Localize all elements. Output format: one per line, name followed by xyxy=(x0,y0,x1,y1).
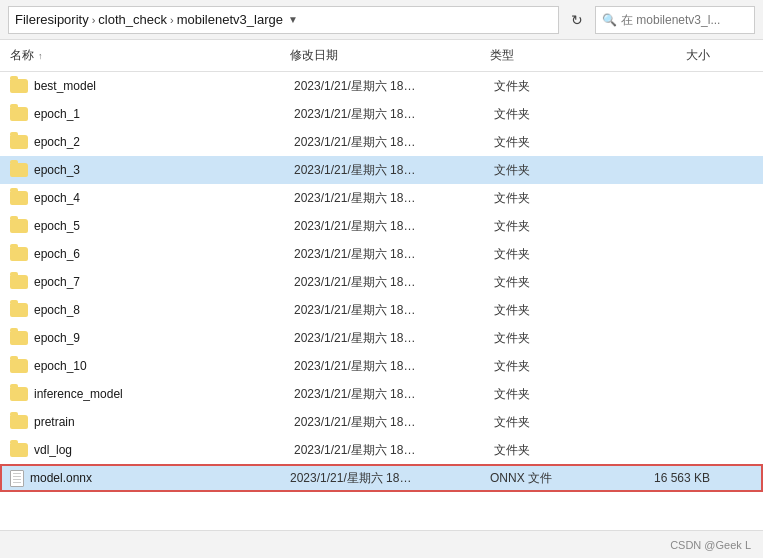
col-header-size[interactable]: 大小 xyxy=(610,47,710,64)
folder-icon xyxy=(10,135,28,149)
breadcrumb-cloth-check[interactable]: cloth_check xyxy=(98,12,167,27)
col-header-type[interactable]: 类型 xyxy=(490,47,610,64)
file-date: 2023/1/21/星期六 18… xyxy=(294,134,494,151)
file-type: 文件夹 xyxy=(494,134,614,151)
folder-icon xyxy=(10,359,28,373)
folder-icon xyxy=(10,443,28,457)
refresh-button[interactable]: ↻ xyxy=(563,6,591,34)
table-row[interactable]: model.onnx2023/1/21/星期六 18…ONNX 文件16 563… xyxy=(0,464,763,492)
col-header-date[interactable]: 修改日期 xyxy=(290,47,490,64)
folder-icon xyxy=(10,303,28,317)
file-date: 2023/1/21/星期六 18… xyxy=(294,386,494,403)
file-date: 2023/1/21/星期六 18… xyxy=(290,470,490,487)
status-bar: CSDN @Geek L xyxy=(0,530,763,558)
table-row[interactable]: pretrain2023/1/21/星期六 18…文件夹 xyxy=(0,408,763,436)
table-row[interactable]: epoch_52023/1/21/星期六 18…文件夹 xyxy=(0,212,763,240)
file-icon xyxy=(10,470,24,487)
search-icon: 🔍 xyxy=(602,13,617,27)
col-header-name[interactable]: 名称 ↑ xyxy=(10,47,290,64)
file-date: 2023/1/21/星期六 18… xyxy=(294,106,494,123)
folder-icon xyxy=(10,331,28,345)
table-row[interactable]: epoch_92023/1/21/星期六 18…文件夹 xyxy=(0,324,763,352)
table-row[interactable]: epoch_22023/1/21/星期六 18…文件夹 xyxy=(0,128,763,156)
folder-icon xyxy=(10,79,28,93)
file-name: epoch_8 xyxy=(34,303,294,317)
file-type: ONNX 文件 xyxy=(490,470,610,487)
table-row[interactable]: best_model2023/1/21/星期六 18…文件夹 xyxy=(0,72,763,100)
file-type: 文件夹 xyxy=(494,330,614,347)
folder-icon xyxy=(10,219,28,233)
breadcrumb-sep-1: › xyxy=(170,14,174,26)
file-type: 文件夹 xyxy=(494,218,614,235)
folder-icon xyxy=(10,275,28,289)
breadcrumb-mobilenetv3[interactable]: mobilenetv3_large xyxy=(177,12,283,27)
address-bar: Fileresipority › cloth_check › mobilenet… xyxy=(0,0,763,40)
file-type: 文件夹 xyxy=(494,358,614,375)
breadcrumb[interactable]: Fileresipority › cloth_check › mobilenet… xyxy=(8,6,559,34)
column-headers: 名称 ↑ 修改日期 类型 大小 xyxy=(0,40,763,72)
folder-icon xyxy=(10,415,28,429)
table-row[interactable]: epoch_32023/1/21/星期六 18…文件夹 xyxy=(0,156,763,184)
file-type: 文件夹 xyxy=(494,386,614,403)
file-date: 2023/1/21/星期六 18… xyxy=(294,302,494,319)
table-row[interactable]: inference_model2023/1/21/星期六 18…文件夹 xyxy=(0,380,763,408)
watermark: CSDN @Geek L xyxy=(670,539,751,551)
file-type: 文件夹 xyxy=(494,190,614,207)
folder-icon xyxy=(10,163,28,177)
file-name: pretrain xyxy=(34,415,294,429)
file-type: 文件夹 xyxy=(494,442,614,459)
file-date: 2023/1/21/星期六 18… xyxy=(294,78,494,95)
file-name: best_model xyxy=(34,79,294,93)
table-row[interactable]: epoch_82023/1/21/星期六 18…文件夹 xyxy=(0,296,763,324)
file-date: 2023/1/21/星期六 18… xyxy=(294,246,494,263)
table-row[interactable]: epoch_42023/1/21/星期六 18…文件夹 xyxy=(0,184,763,212)
file-type: 文件夹 xyxy=(494,302,614,319)
search-box: 🔍 xyxy=(595,6,755,34)
table-row[interactable]: epoch_72023/1/21/星期六 18…文件夹 xyxy=(0,268,763,296)
folder-icon xyxy=(10,191,28,205)
file-date: 2023/1/21/星期六 18… xyxy=(294,218,494,235)
file-date: 2023/1/21/星期六 18… xyxy=(294,358,494,375)
breadcrumb-sep-0: › xyxy=(92,14,96,26)
file-type: 文件夹 xyxy=(494,78,614,95)
file-type: 文件夹 xyxy=(494,414,614,431)
file-list: best_model2023/1/21/星期六 18…文件夹epoch_1202… xyxy=(0,72,763,530)
file-date: 2023/1/21/星期六 18… xyxy=(294,442,494,459)
file-date: 2023/1/21/星期六 18… xyxy=(294,414,494,431)
file-type: 文件夹 xyxy=(494,162,614,179)
file-name: epoch_2 xyxy=(34,135,294,149)
file-name: epoch_4 xyxy=(34,191,294,205)
file-name: epoch_6 xyxy=(34,247,294,261)
file-date: 2023/1/21/星期六 18… xyxy=(294,274,494,291)
folder-icon xyxy=(10,107,28,121)
file-name: model.onnx xyxy=(30,471,290,485)
table-row[interactable]: epoch_12023/1/21/星期六 18…文件夹 xyxy=(0,100,763,128)
file-type: 文件夹 xyxy=(494,274,614,291)
file-name: epoch_1 xyxy=(34,107,294,121)
file-name: epoch_3 xyxy=(34,163,294,177)
file-name: epoch_5 xyxy=(34,219,294,233)
file-date: 2023/1/21/星期六 18… xyxy=(294,162,494,179)
file-name: vdl_log xyxy=(34,443,294,457)
search-input[interactable] xyxy=(621,13,748,27)
file-name: epoch_9 xyxy=(34,331,294,345)
file-type: 文件夹 xyxy=(494,106,614,123)
file-name: epoch_7 xyxy=(34,275,294,289)
file-name: epoch_10 xyxy=(34,359,294,373)
file-type: 文件夹 xyxy=(494,246,614,263)
breadcrumb-fileresipority[interactable]: Fileresipority xyxy=(15,12,89,27)
breadcrumb-dropdown-button[interactable]: ▼ xyxy=(286,14,300,25)
file-date: 2023/1/21/星期六 18… xyxy=(294,330,494,347)
folder-icon xyxy=(10,387,28,401)
folder-icon xyxy=(10,247,28,261)
table-row[interactable]: epoch_62023/1/21/星期六 18…文件夹 xyxy=(0,240,763,268)
file-name: inference_model xyxy=(34,387,294,401)
table-row[interactable]: epoch_102023/1/21/星期六 18…文件夹 xyxy=(0,352,763,380)
file-size: 16 563 KB xyxy=(610,471,710,485)
sort-icon: ↑ xyxy=(38,51,43,61)
file-date: 2023/1/21/星期六 18… xyxy=(294,190,494,207)
table-row[interactable]: vdl_log2023/1/21/星期六 18…文件夹 xyxy=(0,436,763,464)
